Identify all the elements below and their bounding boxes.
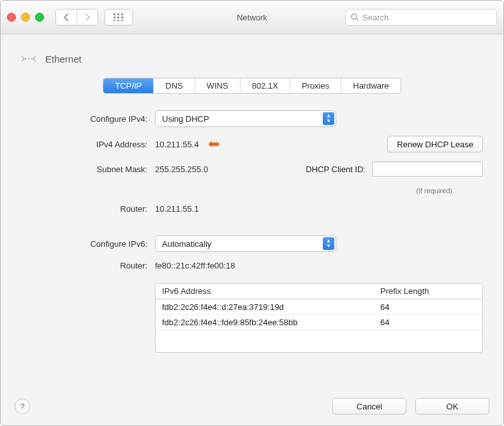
svg-point-13 <box>31 58 33 59</box>
renew-dhcp-button[interactable]: Renew DHCP Lease <box>387 136 483 152</box>
ethernet-icon <box>21 52 36 65</box>
svg-rect-6 <box>114 20 115 21</box>
configure-ipv4-row: Using DHCP ▲▼ <box>155 110 483 127</box>
tab-proxies[interactable]: Proxies <box>290 78 341 93</box>
svg-rect-7 <box>117 20 119 21</box>
search-icon <box>351 13 359 21</box>
configure-ipv6-value: Automatically <box>162 239 211 249</box>
ok-button[interactable]: OK <box>415 398 489 415</box>
configure-ipv6-label: Configure IPv6: <box>21 239 155 249</box>
router6-value: fe80::21c:42ff:fe00:18 <box>155 261 235 270</box>
ipv6-table: IPv6 Address Prefix Length fdb2:2c26:f4e… <box>155 283 483 353</box>
footer: ? Cancel OK <box>15 398 489 415</box>
breadcrumb: Ethernet <box>21 52 483 65</box>
tab-8021x[interactable]: 802.1X <box>240 78 290 93</box>
svg-rect-2 <box>121 13 123 15</box>
tab-dns[interactable]: DNS <box>153 78 194 93</box>
ipv6-row-addr: fdb2:2c26:f4e4::fde9:85fb:24ee:58bb <box>162 318 380 327</box>
tab-tcpip[interactable]: TCP/IP <box>103 78 153 93</box>
subnet-mask-value: 255.255.255.0 <box>155 165 208 174</box>
configure-ipv4-select[interactable]: Using DHCP ▲▼ <box>155 110 336 127</box>
help-button[interactable]: ? <box>15 399 30 414</box>
dhcp-client-id-input[interactable] <box>372 161 483 177</box>
tab-hardware[interactable]: Hardware <box>341 78 400 93</box>
close-window-button[interactable] <box>7 13 16 22</box>
nav-back-button[interactable] <box>56 10 77 25</box>
ipv6-table-header: IPv6 Address Prefix Length <box>156 284 482 299</box>
minimize-window-button[interactable] <box>21 13 30 22</box>
tcpip-form: Configure IPv4: Using DHCP ▲▼ IPv4 Addre… <box>21 110 483 353</box>
cancel-button[interactable]: Cancel <box>332 398 406 415</box>
search-input[interactable]: Search <box>345 9 497 26</box>
subnet-mask-row: 255.255.255.0 DHCP Client ID: <box>155 161 483 177</box>
svg-rect-0 <box>114 13 115 15</box>
search-wrap: Search <box>345 9 497 26</box>
if-required-note: (If required) <box>416 187 452 195</box>
configure-ipv4-label: Configure IPv4: <box>21 114 155 124</box>
configure-ipv6-row: Automatically ▲▼ <box>155 235 483 252</box>
search-placeholder: Search <box>362 13 389 22</box>
tab-wins[interactable]: WINS <box>195 78 240 93</box>
titlebar: Network Search <box>1 1 503 34</box>
table-row[interactable]: fdb2:2c26:f4e4::fde9:85fb:24ee:58bb 64 <box>156 314 482 330</box>
ipv4-address-value: 10.211.55.4 <box>155 140 199 149</box>
subnet-mask-label: Subnet Mask: <box>21 165 155 174</box>
ipv6-row-prefix: 64 <box>380 302 476 312</box>
table-row[interactable]: fdb2:2c26:f4e4::d:27ea:3719:19d 64 <box>156 299 482 314</box>
router-value: 10.211.55.1 <box>155 204 199 214</box>
configure-ipv6-select[interactable]: Automatically ▲▼ <box>155 235 336 252</box>
breadcrumb-label: Ethernet <box>45 54 82 64</box>
dhcp-client-id-label: DHCP Client ID: <box>306 165 366 174</box>
ipv6-header-address: IPv6 Address <box>162 286 380 296</box>
nav-forward-button[interactable] <box>77 10 98 25</box>
svg-rect-4 <box>117 17 119 18</box>
nav-back-forward <box>56 9 98 26</box>
svg-point-9 <box>352 14 357 19</box>
configure-ipv4-value: Using DHCP <box>162 114 209 124</box>
tab-bar: TCP/IP DNS WINS 802.1X Proxies Hardware <box>103 78 401 94</box>
tabs: TCP/IP DNS WINS 802.1X Proxies Hardware <box>21 78 483 94</box>
svg-rect-8 <box>121 20 123 21</box>
ipv6-header-prefix: Prefix Length <box>380 286 476 296</box>
svg-line-10 <box>356 18 358 20</box>
zoom-window-button[interactable] <box>35 13 44 22</box>
ipv4-address-cell: 10.211.55.4 ⬅ <box>155 136 219 152</box>
ipv6-row-addr: fdb2:2c26:f4e4::d:27ea:3719:19d <box>162 302 380 312</box>
router6-label: Router: <box>21 261 155 270</box>
show-all-button[interactable] <box>105 9 133 26</box>
chevron-up-down-icon: ▲▼ <box>323 237 334 250</box>
router-label: Router: <box>21 204 155 214</box>
table-row-empty <box>156 330 482 352</box>
svg-rect-3 <box>114 17 115 18</box>
footer-buttons: Cancel OK <box>332 398 489 415</box>
ipv4-address-label: IPv4 Address: <box>21 140 155 149</box>
svg-rect-1 <box>117 13 119 15</box>
ipv4-address-row: 10.211.55.4 ⬅ Renew DHCP Lease <box>155 136 483 152</box>
svg-point-12 <box>28 58 29 59</box>
window-controls <box>7 13 44 22</box>
network-window: Network Search Ethernet TCP/IP DNS WINS … <box>0 0 504 426</box>
chevron-up-down-icon: ▲▼ <box>323 112 334 125</box>
callout-arrow-icon: ⬅ <box>208 136 219 152</box>
svg-rect-5 <box>121 17 123 18</box>
svg-point-11 <box>25 58 26 59</box>
pane-body: Ethernet TCP/IP DNS WINS 802.1X Proxies … <box>1 34 503 426</box>
ipv6-row-prefix: 64 <box>380 318 476 327</box>
